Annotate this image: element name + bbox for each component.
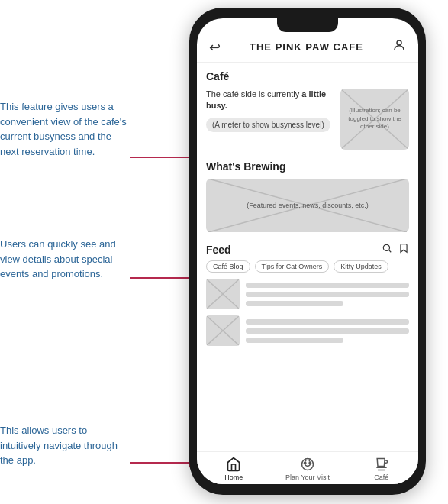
header-back-icon[interactable]: ↩ <box>209 39 221 56</box>
feed-line-2c <box>246 338 343 343</box>
nav-home-label: Home <box>224 473 243 481</box>
feed-lines-1 <box>246 283 409 306</box>
feed-tab-kitty[interactable]: Kitty Updates <box>334 260 388 273</box>
feed-icons <box>382 243 409 256</box>
feed-title: Feed <box>206 244 231 256</box>
feed-tabs: Café Blog Tips for Cat Owners Kitty Upda… <box>206 260 409 273</box>
cafe-section: Café The café side is currently a little… <box>206 70 409 150</box>
feed-line-1c <box>246 301 343 306</box>
arrow-nav <box>130 458 197 467</box>
annotation-cafe: This feature gives users a convenient vi… <box>0 99 130 159</box>
app-content: Café The café side is currently a little… <box>197 63 418 451</box>
feed-line-2a <box>246 319 409 325</box>
feed-header: Feed <box>206 243 409 256</box>
feed-search-icon[interactable] <box>382 243 392 256</box>
brewing-placeholder: (Featured events, news, discounts, etc.) <box>240 195 375 215</box>
feed-tab-cat-owners[interactable]: Tips for Cat Owners <box>255 260 330 273</box>
brewing-card: (Featured events, news, discounts, etc.) <box>206 179 409 232</box>
header-profile-icon[interactable] <box>392 38 406 56</box>
feed-thumb-1 <box>206 279 240 309</box>
nav-plan-label: Plan Your Visit <box>285 473 330 481</box>
svg-line-6 <box>389 250 392 253</box>
feed-item-1 <box>206 279 409 309</box>
phone-shell: ↩ THE PINK PAW CAFE Café The café side i… <box>189 8 426 495</box>
arrow-cafe <box>130 153 197 162</box>
bottom-nav: Home Plan Your Visit <box>197 451 418 484</box>
cafe-illustration: (Illustration; can be toggled to show th… <box>340 89 409 150</box>
feed-item-2 <box>206 315 409 346</box>
feed-line-1a <box>246 283 409 288</box>
feed-tab-cafe-blog[interactable]: Café Blog <box>206 260 250 273</box>
arrow-line-events <box>130 277 189 279</box>
arrow-events <box>130 273 197 283</box>
header-title: THE PINK PAW CAFE <box>250 41 363 53</box>
cafe-section-title: Café <box>206 70 409 82</box>
feed-bookmark-icon[interactable] <box>398 243 409 256</box>
phone-notch <box>277 18 338 32</box>
phone-screen: ↩ THE PINK PAW CAFE Café The café side i… <box>197 18 418 484</box>
arrow-line-nav <box>130 462 189 464</box>
feed-lines-2 <box>246 319 409 343</box>
feed-thumb-2 <box>206 315 240 346</box>
feed-line-1b <box>246 292 409 297</box>
svg-point-11 <box>302 459 314 470</box>
nav-plan[interactable]: Plan Your Visit <box>271 457 345 481</box>
cafe-info: The café side is currently a little busy… <box>206 89 334 150</box>
busyness-badge: (A meter to show busyness level) <box>206 118 330 132</box>
feed-section: Feed <box>206 243 409 346</box>
svg-point-0 <box>397 40 401 45</box>
feed-line-2b <box>246 328 409 334</box>
nav-cafe-label: Café <box>374 473 388 481</box>
illustration-label: (Illustration; can be toggled to show th… <box>340 102 409 135</box>
cafe-description: The café side is currently a little busy… <box>206 89 334 112</box>
arrow-line-cafe <box>130 157 189 158</box>
svg-point-5 <box>383 244 389 250</box>
nav-home[interactable]: Home <box>197 457 271 481</box>
annotation-events: Users can quickly see and view details a… <box>0 237 130 282</box>
annotation-nav: This allows users to intuitively navigat… <box>0 423 130 468</box>
cafe-card: The café side is currently a little busy… <box>206 89 409 150</box>
whats-brewing-section: What's Brewing (Featured events, news, d… <box>206 160 409 232</box>
nav-cafe[interactable]: Café <box>344 457 418 481</box>
brewing-title: What's Brewing <box>206 160 409 173</box>
